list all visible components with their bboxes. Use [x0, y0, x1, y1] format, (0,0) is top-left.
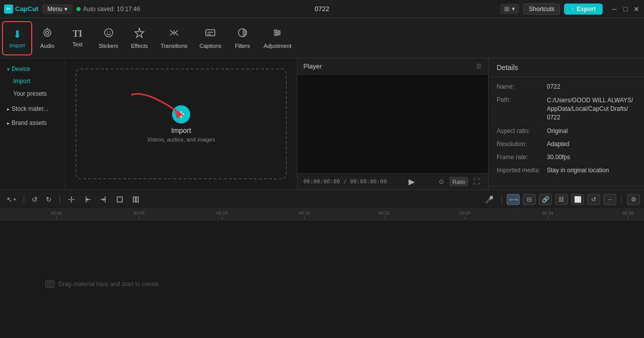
player-menu-icon: ☰ [476, 62, 482, 70]
text-icon: TI [72, 29, 82, 39]
stickers-icon [103, 27, 114, 41]
arrow-decoration [117, 85, 207, 135]
select-icon: ↖ [7, 195, 13, 204]
sidebar-section-stock-header[interactable]: ▸ Stock mater... [4, 103, 61, 114]
audio-icon [42, 27, 53, 41]
import-sub-label: Videos, audios, and images [147, 137, 215, 143]
minus-button[interactable]: − [603, 194, 616, 205]
ratio-button[interactable]: Ratio [449, 177, 468, 186]
title-bar-right: ⊞ ▾ Shortcuts ↑ Export ─ □ ✕ [500, 4, 640, 15]
ruler-tick-0 [56, 217, 57, 220]
layout-button[interactable]: ⊞ ▾ [500, 4, 519, 14]
undo-track-button[interactable]: ↺ [587, 194, 600, 205]
import-box[interactable]: + Import Videos, audios, and images [75, 69, 287, 179]
undo-button[interactable]: ↺ [29, 194, 40, 205]
detail-label-framerate: Frame rate: [497, 154, 547, 161]
toolbar-item-adjustment[interactable]: Adjustment [258, 21, 297, 55]
layout-icon: ⊞ [504, 5, 510, 13]
trim-start-button[interactable] [81, 194, 94, 205]
split-button[interactable] [65, 194, 78, 205]
toolbar-item-audio[interactable]: Audio [32, 21, 62, 55]
export-button[interactable]: ↑ Export [564, 4, 603, 15]
toolbar-item-filters[interactable]: Filters [227, 21, 258, 55]
auto-save-status: Auto saved: 10:17:46 [76, 6, 140, 13]
minimize-button[interactable]: ─ [611, 6, 618, 13]
maximize-button[interactable]: □ [622, 6, 629, 13]
shortcuts-label: Shortcuts [529, 6, 554, 13]
freeze-button[interactable] [129, 194, 142, 205]
sidebar-item-presets[interactable]: Your presets [7, 88, 58, 100]
audio-track-button[interactable]: ⟷ [507, 194, 520, 205]
details-content: Name: 0722 Path: C:/Users/GOOD WILL ALWA… [489, 77, 644, 186]
details-footer: Modify [489, 186, 644, 189]
svg-rect-29 [133, 197, 135, 202]
app-name: CapCut [15, 5, 38, 13]
captions-icon [205, 27, 216, 41]
adjustment-label: Adjustment [264, 43, 291, 49]
toolbar-item-text[interactable]: TI Text [62, 21, 93, 55]
mic-button[interactable]: 🎤 [482, 194, 496, 205]
toolbar-item-import[interactable]: ⬇ Import [2, 21, 32, 55]
transitions-icon [169, 27, 180, 41]
ruler-label-6: 00:30 [542, 211, 553, 216]
shortcuts-button[interactable]: Shortcuts [523, 4, 560, 15]
ratio-label: Ratio [452, 179, 465, 185]
toolbar-item-transitions[interactable]: Transitions [154, 21, 193, 55]
video-track-button[interactable]: ⊟ [523, 194, 536, 205]
svg-point-17 [275, 34, 277, 36]
player-right-icons: ⊙ Ratio ⛶ [437, 177, 482, 186]
redo-button[interactable]: ↻ [43, 194, 54, 205]
detail-row-aspect: Aspect ratio: Original [497, 127, 636, 134]
toolbar-separator-1 [24, 195, 24, 204]
ruler-tick-2 [222, 217, 222, 220]
fullscreen-button[interactable]: ⛶ [471, 177, 482, 186]
svg-point-15 [275, 30, 277, 32]
toolbar-separator-2 [59, 195, 60, 204]
player-header: Player ☰ [297, 58, 488, 75]
timeline: ↖ ▾ ↺ ↻ [0, 189, 644, 338]
snapshot-button[interactable]: ⊙ [437, 177, 446, 186]
svg-rect-30 [136, 197, 138, 202]
device-chevron: ▾ [7, 66, 10, 72]
ruler-tick-1 [139, 217, 139, 220]
player-time: 00:00:00:00 / 00:00:00:00 [303, 178, 387, 185]
detail-label-aspect: Aspect ratio: [497, 127, 547, 134]
toolbar-item-effects[interactable]: Effects [124, 21, 154, 55]
filters-icon [237, 27, 248, 41]
menu-chevron: ▾ [64, 6, 67, 13]
select-tool-button[interactable]: ↖ ▾ [4, 194, 19, 205]
svg-point-1 [46, 31, 49, 34]
project-title: 0722 [315, 5, 330, 13]
trim-end-button[interactable] [97, 194, 110, 205]
ruler-label-4: 00:20 [378, 211, 390, 216]
settings-button[interactable]: ⚙ [627, 194, 640, 205]
toolbar-separator-4 [621, 195, 622, 204]
sidebar-section-brand-header[interactable]: ▸ Brand assets [4, 117, 61, 128]
stickers-label: Stickers [99, 43, 118, 49]
menu-button[interactable]: Menu ▾ [42, 4, 72, 14]
toolbar-item-stickers[interactable]: Stickers [93, 21, 124, 55]
sidebar-section-brand: ▸ Brand assets [0, 116, 65, 129]
drag-hint-text: Drag material here and start to create [58, 281, 158, 288]
sidebar-section-device-header[interactable]: ▾ Device [4, 63, 61, 75]
unlink-button[interactable]: ⛓ [555, 194, 568, 205]
play-button[interactable]: ▶ [409, 177, 415, 186]
brand-label: Brand assets [12, 119, 47, 126]
crop-button[interactable] [113, 194, 126, 205]
toolbar-item-captions[interactable]: Captions [194, 21, 227, 55]
player-title: Player [303, 62, 322, 70]
sidebar-import-label: Import [13, 78, 30, 85]
pip-button[interactable]: ⬜ [571, 194, 584, 205]
detail-row-name: Name: 0722 [497, 83, 636, 90]
timeline-toolbar: ↖ ▾ ↺ ↻ [0, 190, 644, 209]
sidebar-item-import[interactable]: Import [7, 75, 58, 87]
svg-point-16 [278, 32, 280, 34]
ruler-mark-0: 00:00 [51, 211, 62, 220]
ruler-label-1: 00:05 [133, 211, 145, 216]
auto-save-text: Auto saved: 10:17:46 [83, 6, 140, 13]
svg-rect-28 [117, 197, 122, 202]
link-button[interactable]: 🔗 [539, 194, 552, 205]
close-button[interactable]: ✕ [633, 6, 640, 13]
sidebar-section-device: ▾ Device Import Your presets [0, 62, 65, 101]
stock-chevron: ▸ [7, 106, 10, 112]
